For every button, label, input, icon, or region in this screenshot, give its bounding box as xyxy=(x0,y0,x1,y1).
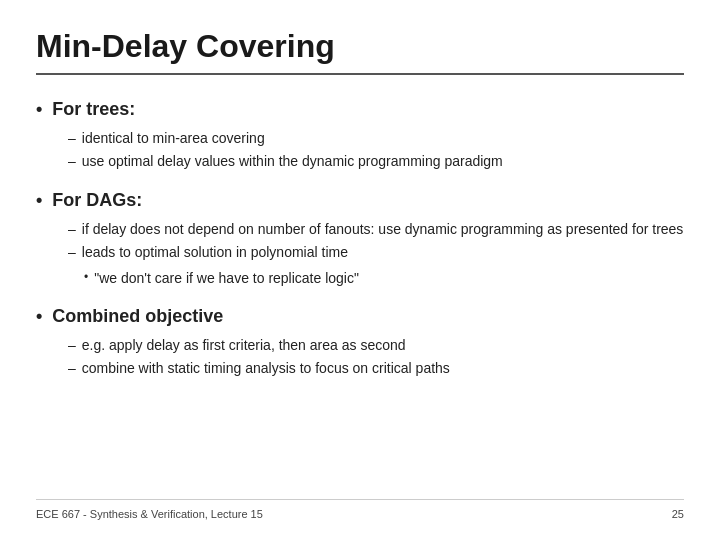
footer-page-number: 25 xyxy=(672,508,684,520)
sub-sub-bullet-text: "we don't care if we have to replicate l… xyxy=(94,268,359,288)
list-item: – use optimal delay values within the dy… xyxy=(68,151,684,171)
bullet-label-dags: For DAGs: xyxy=(52,188,142,213)
sub-sub-dot-icon: • xyxy=(84,268,88,287)
section-combined: • Combined objective – e.g. apply delay … xyxy=(36,304,684,379)
sub-bullet-text: if delay does not depend on number of fa… xyxy=(82,219,684,239)
bullet-dot-combined: • xyxy=(36,304,42,329)
bullet-label-trees: For trees: xyxy=(52,97,135,122)
section-trees: • For trees: – identical to min-area cov… xyxy=(36,97,684,172)
sub-bullet-text: identical to min-area covering xyxy=(82,128,265,148)
slide-title: Min-Delay Covering xyxy=(36,28,684,65)
main-bullet-dags: • For DAGs: xyxy=(36,188,684,213)
dash-icon: – xyxy=(68,335,76,355)
content-area: • For trees: – identical to min-area cov… xyxy=(36,97,684,499)
list-item: – if delay does not depend on number of … xyxy=(68,219,684,239)
bullet-dot-dags: • xyxy=(36,188,42,213)
list-item: – e.g. apply delay as first criteria, th… xyxy=(68,335,684,355)
sub-bullet-text: combine with static timing analysis to f… xyxy=(82,358,450,378)
slide-footer: ECE 667 - Synthesis & Verification, Lect… xyxy=(36,499,684,520)
footer-course: ECE 667 - Synthesis & Verification, Lect… xyxy=(36,508,263,520)
list-item: – identical to min-area covering xyxy=(68,128,684,148)
list-item: – leads to optimal solution in polynomia… xyxy=(68,242,684,262)
sub-sub-bullets-dags: • "we don't care if we have to replicate… xyxy=(84,268,684,288)
bullet-label-combined: Combined objective xyxy=(52,304,223,329)
main-bullet-trees: • For trees: xyxy=(36,97,684,122)
dash-icon: – xyxy=(68,219,76,239)
main-bullet-combined: • Combined objective xyxy=(36,304,684,329)
section-dags: • For DAGs: – if delay does not depend o… xyxy=(36,188,684,288)
sub-bullet-text: use optimal delay values within the dyna… xyxy=(82,151,503,171)
dash-icon: – xyxy=(68,242,76,262)
slide: Min-Delay Covering • For trees: – identi… xyxy=(0,0,720,540)
sub-bullets-trees: – identical to min-area covering – use o… xyxy=(68,128,684,172)
sub-bullet-text: leads to optimal solution in polynomial … xyxy=(82,242,348,262)
dash-icon: – xyxy=(68,128,76,148)
list-item: – combine with static timing analysis to… xyxy=(68,358,684,378)
sub-bullets-dags: – if delay does not depend on number of … xyxy=(68,219,684,288)
sub-bullet-text: e.g. apply delay as first criteria, then… xyxy=(82,335,406,355)
dash-icon: – xyxy=(68,358,76,378)
title-divider xyxy=(36,73,684,75)
list-item: • "we don't care if we have to replicate… xyxy=(84,268,684,288)
dash-icon: – xyxy=(68,151,76,171)
sub-bullets-combined: – e.g. apply delay as first criteria, th… xyxy=(68,335,684,379)
bullet-dot-trees: • xyxy=(36,97,42,122)
title-section: Min-Delay Covering xyxy=(36,28,684,89)
